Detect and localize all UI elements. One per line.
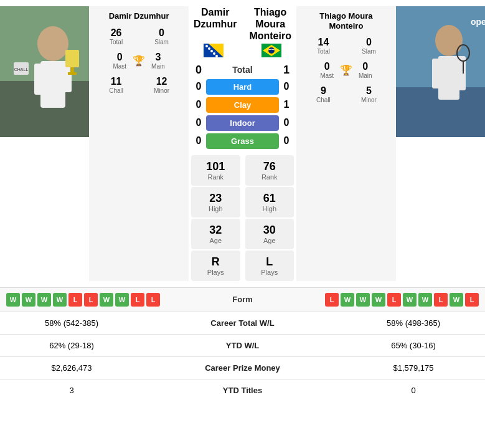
player-stats-left-2: 11 Chall 12 Minor	[92, 74, 186, 97]
surface-indoor-btn[interactable]: Indoor	[206, 115, 279, 131]
form-badges-left: WWWWLLWWLL	[6, 293, 220, 307]
form-badges-right: LWWWLWWLWL	[265, 293, 479, 307]
stats-val-right: 0	[342, 379, 485, 401]
player-name-right: Thiago Moura Monteiro	[319, 11, 372, 31]
stats-val-left: 62% (29-18)	[0, 334, 143, 356]
svg-point-17	[215, 55, 218, 57]
form-badge-left: W	[53, 293, 67, 307]
stat-total-right: 14 Total	[304, 34, 343, 57]
stat-slam-left: 0 Slam	[142, 25, 181, 48]
trophy-icon-left: 🏆	[133, 55, 145, 67]
player-photo-right: open	[396, 6, 485, 137]
stats-val-right: 58% (498-365)	[342, 312, 485, 334]
flag-left	[204, 44, 224, 60]
svg-rect-4	[34, 64, 44, 95]
svg-rect-25	[438, 56, 459, 100]
plays-right: L Plays	[245, 250, 294, 281]
form-label: Form	[224, 295, 261, 304]
stats-label: Career Prize Money	[143, 356, 342, 379]
form-badge-left: W	[100, 293, 113, 307]
total-score-row: 0 Total 1	[191, 64, 294, 77]
top-section: CHALL Damir Dzumhur 26 Total 0 Slam 0 Ma…	[0, 0, 485, 287]
middle-section: DamirDzumhur Thiago MouraMonteiro	[189, 6, 296, 281]
svg-point-24	[435, 25, 463, 56]
stat-main-left: 3 Main	[150, 49, 166, 72]
form-badge-right: L	[434, 293, 448, 307]
form-badge-right: W	[403, 293, 417, 307]
svg-text:open: open	[471, 17, 485, 27]
stat-slam-right: 0 Slam	[349, 34, 388, 57]
plays-left: R Plays	[191, 250, 240, 281]
form-badge-left: W	[22, 293, 35, 307]
high-right: 61 High	[245, 187, 294, 217]
player-stats-right: 14 Total 0 Slam	[299, 34, 393, 57]
svg-point-16	[213, 52, 215, 55]
surface-clay-btn[interactable]: Clay	[206, 97, 279, 113]
stats-val-left: 58% (542-385)	[0, 312, 143, 334]
stats-label: YTD W/L	[143, 334, 342, 356]
form-badge-right: W	[450, 293, 463, 307]
rank-left: 101 Rank	[191, 155, 240, 186]
form-badge-right: L	[325, 293, 339, 307]
svg-rect-8	[68, 72, 77, 75]
form-section: WWWWLLWWLL Form LWWWLWWLWL	[0, 287, 485, 312]
svg-rect-6	[65, 50, 79, 67]
stat-minor-right: 5 Minor	[349, 83, 388, 106]
stats-row: 58% (542-385) Career Total W/L 58% (498-…	[0, 312, 485, 334]
surface-indoor-row: 0 Indoor 0	[191, 115, 294, 131]
surface-grass-btn[interactable]: Grass	[206, 133, 279, 149]
player-photo-left: CHALL	[0, 6, 89, 137]
svg-point-15	[210, 50, 213, 52]
surface-grass-row: 0 Grass 0	[191, 133, 294, 149]
rank-right: 76 Rank	[245, 155, 294, 186]
stats-val-right: 65% (30-16)	[342, 334, 485, 356]
trophy-row-right: 0 Mast 🏆 0 Main	[319, 59, 373, 82]
form-badge-right: W	[341, 293, 354, 307]
surface-hard-row: 0 Hard 0	[191, 79, 294, 95]
form-badge-left: L	[84, 293, 98, 307]
trophy-icon-right: 🏆	[340, 64, 352, 76]
svg-point-14	[208, 47, 210, 50]
player-info-right: Thiago Moura Monteiro 14 Total 0 Slam 0 …	[296, 6, 396, 281]
stats-row: 62% (29-18) YTD W/L 65% (30-16)	[0, 334, 485, 356]
svg-rect-7	[70, 67, 74, 72]
stats-label: Career Total W/L	[143, 312, 342, 334]
form-badge-right: W	[356, 293, 370, 307]
mid-player-stats: 101 Rank 23 High 32 Age R Plays	[191, 155, 294, 281]
high-left: 23 High	[191, 187, 240, 217]
form-badge-right: W	[418, 293, 432, 307]
svg-point-13	[205, 45, 208, 47]
player-info-left: Damir Dzumhur 26 Total 0 Slam 0 Mast 🏆 3…	[89, 6, 189, 281]
form-badge-left: W	[37, 293, 51, 307]
form-badge-right: L	[465, 293, 479, 307]
stat-total-left: 26 Total	[97, 25, 136, 48]
stats-row: $2,626,473 Career Prize Money $1,579,175	[0, 356, 485, 379]
stat-mast-right: 0 Mast	[319, 59, 335, 82]
surface-clay-row: 0 Clay 1	[191, 97, 294, 113]
form-badge-right: L	[387, 293, 401, 307]
stat-main-right: 0 Main	[357, 59, 374, 82]
player-name-left: Damir Dzumhur	[109, 11, 169, 21]
stat-chall-right: 9 Chall	[304, 83, 343, 106]
form-badge-left: W	[6, 293, 20, 307]
svg-rect-26	[432, 59, 441, 88]
player-stats-left: 26 Total 0 Slam	[92, 25, 186, 48]
stats-label: YTD Titles	[143, 379, 342, 401]
form-badge-left: L	[68, 293, 82, 307]
form-badge-left: L	[146, 293, 160, 307]
surface-hard-btn[interactable]: Hard	[206, 79, 279, 95]
flag-right	[261, 44, 281, 60]
svg-point-2	[37, 26, 68, 61]
age-right: 30 Age	[245, 219, 294, 249]
stat-mast-left: 0 Mast	[111, 49, 128, 72]
stats-table: 58% (542-385) Career Total W/L 58% (498-…	[0, 312, 485, 401]
mid-stats-left: 101 Rank 23 High 32 Age R Plays	[191, 155, 240, 281]
mid-stats-right: 76 Rank 61 High 30 Age L Plays	[245, 155, 294, 281]
surface-rows: 0 Hard 0 0 Clay 1 0 Indoor 0 0 Grass 0	[191, 79, 294, 151]
stat-chall-left: 11 Chall	[97, 74, 136, 97]
form-badge-right: W	[372, 293, 385, 307]
age-left: 32 Age	[191, 219, 240, 249]
trophy-row-left: 0 Mast 🏆 3 Main	[111, 49, 166, 72]
stats-val-left: 3	[0, 379, 143, 401]
form-badge-left: L	[131, 293, 144, 307]
